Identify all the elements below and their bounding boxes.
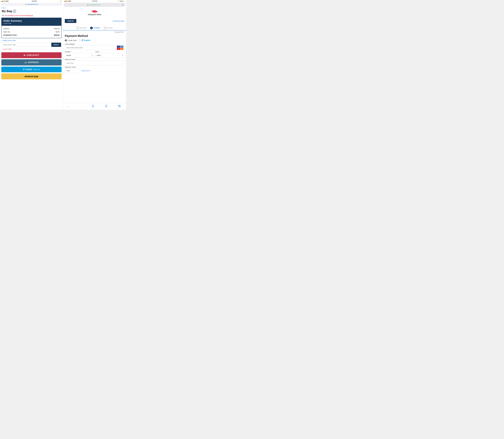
vineyard-vines-whale-logo	[91, 9, 98, 13]
tabs-button[interactable]	[116, 104, 122, 109]
security-col	[65, 68, 80, 73]
free-shipping-notice: 🐳 You Qualify for Free Ground Shipping!	[0, 14, 63, 18]
card-number-input[interactable]	[65, 45, 124, 50]
signin-row: SIGN IN 1-800-892-4982	[63, 18, 126, 24]
promo-toggle-label: Apply promo code...	[3, 39, 17, 41]
promo-section: ▾ Apply promo code... APPLY	[0, 38, 63, 47]
share-icon	[92, 105, 94, 108]
step-2-circle: 2	[90, 27, 93, 29]
order-summary-subtitle: 2 items total	[3, 23, 60, 24]
subtotal-label: Subtotal	[3, 28, 9, 30]
paypal-option[interactable]: P PayPal	[79, 39, 90, 42]
name-on-card-input[interactable]	[65, 61, 124, 65]
signal-bars	[1, 1, 3, 2]
left-url-text: vineyardvines.com	[27, 4, 38, 5]
promo-apply-button[interactable]: APPLY	[51, 43, 61, 47]
promo-toggle[interactable]: ▾ Apply promo code...	[2, 39, 61, 42]
right-lock-icon: 🔒	[87, 4, 89, 6]
month-select-wrapper: Month January February March April May J…	[65, 53, 94, 58]
tax-label: Sales Tax	[3, 31, 10, 33]
step-1-number: 1	[77, 27, 78, 29]
right-url-content: 🔒 vineyardvines.com	[65, 4, 122, 6]
checkout-button[interactable]: 🛍 CHECKOUT	[1, 52, 62, 58]
svg-point-1	[92, 11, 93, 12]
paypal-radio[interactable]	[79, 39, 81, 42]
expires-col: EXPIRES * Month January February March A…	[65, 50, 94, 58]
right-time: 6:03 PM	[92, 0, 97, 2]
left-url-bar[interactable]: 🔒 vineyardvines.com	[1, 3, 62, 6]
year-asterisk: *	[99, 51, 100, 52]
right-url-bar[interactable]: 🔒 vineyardvines.com ↻	[64, 3, 125, 7]
right-battery: 📍 57% 🔋	[118, 0, 125, 2]
step-1-label: SHIPPING	[80, 27, 87, 29]
expires-year-row: EXPIRES * Month January February March A…	[65, 50, 124, 58]
logo-area: vineyard vines	[63, 7, 126, 18]
left-status-bar: 📶 AT&T 8:56 PM 🔋	[0, 0, 63, 2]
promo-code-input[interactable]	[2, 43, 50, 47]
total-row: ESTIMATED TOTAL* $226.00	[3, 34, 60, 37]
bag-icon: 🛍	[24, 54, 25, 56]
tax-value: $0.00	[56, 31, 60, 33]
card-asterisk: *	[75, 44, 76, 45]
checkout-steps: 1 SHIPPING 2 PAYMENT 3 REVIEW	[63, 24, 126, 30]
step-shipping[interactable]: 1 SHIPPING	[75, 26, 88, 30]
credit-card-option[interactable]: Credit Card	[65, 39, 76, 42]
security-code-label: SECURITY CODE *	[65, 66, 124, 68]
card-number-label-text: CARD NUMBER	[65, 44, 75, 45]
chevron-down-icon: ▾	[2, 40, 2, 41]
payment-options: Credit Card P PayPal	[65, 39, 124, 42]
step-review[interactable]: 3 REVIEW	[102, 26, 114, 30]
refresh-icon[interactable]: ↻	[122, 4, 124, 6]
express-label: EXPRESS	[28, 61, 39, 64]
security-code-input[interactable]	[65, 68, 80, 73]
paypal-p-right: P	[82, 39, 83, 42]
whats-this-chevron-icon: ▾	[90, 70, 90, 72]
tax-row: Sales Tax $0.00	[3, 30, 60, 34]
security-row: What's this? ▾	[65, 68, 124, 73]
mastercard-icon: MC	[117, 48, 120, 50]
step-payment[interactable]: 2 PAYMENT	[88, 26, 102, 30]
expires-asterisk: *	[71, 51, 71, 52]
gift-label: Is this a gift?	[3, 48, 12, 50]
step-2-number: 2	[91, 27, 92, 29]
total-label: ESTIMATED TOTAL*	[3, 34, 17, 36]
step-3-number: 3	[105, 27, 105, 29]
amex-icon: AMEX	[120, 46, 123, 48]
forward-button[interactable]: ›	[78, 104, 83, 109]
order-summary-title: Order Summary	[3, 19, 60, 22]
right-url-text: vineyardvines.com	[89, 4, 101, 6]
step-3-label: REVIEW	[107, 27, 113, 29]
right-status-left: 📶 AT&T	[64, 0, 71, 2]
gift-section[interactable]: › Is this a gift?	[0, 47, 63, 51]
sign-in-button[interactable]: SIGN IN	[65, 19, 76, 23]
right-battery-icon: 📍	[118, 0, 120, 2]
payment-title: Payment Method	[65, 34, 124, 38]
bookmarks-icon	[105, 105, 107, 108]
amazon-pay-button[interactable]: amazon pay	[1, 73, 62, 79]
paypal-text: PayPal	[25, 68, 32, 71]
month-select[interactable]: Month January February March April May J…	[65, 53, 94, 58]
left-status-carrier: 📶 AT&T	[1, 0, 9, 2]
express-button[interactable]: 🐳 EXPRESS	[1, 59, 62, 65]
phone-number[interactable]: 1-800-892-4982	[112, 20, 124, 22]
promo-input-row: APPLY	[2, 43, 61, 47]
chevron-right-icon: ›	[2, 48, 2, 50]
year-select[interactable]: 2018 2019 2020 2021 2022 2023	[95, 53, 124, 58]
paypal-checkout-button[interactable]: P PayPal Check out	[1, 67, 62, 72]
bookmarks-button[interactable]	[103, 104, 109, 109]
payment-section: Payment Method Credit Card P PayPal CARD…	[63, 33, 126, 74]
right-status-bar: 📶 AT&T 6:03 PM 📍 57% 🔋	[63, 0, 126, 2]
expires-label-text: EXPIRES	[65, 51, 70, 52]
credit-card-radio[interactable]	[65, 39, 67, 42]
whats-this-link[interactable]: What's this? ▾	[82, 70, 90, 73]
step-3-circle: 3	[104, 27, 106, 29]
card-input-wrapper: VISA AMEX MC DISC	[65, 45, 124, 50]
breadcrumb-home[interactable]: Home	[2, 7, 6, 9]
share-button[interactable]	[90, 104, 96, 109]
back-icon: ‹	[68, 105, 69, 108]
amazon-pay-label: amazon	[25, 75, 34, 78]
back-button[interactable]: ‹	[67, 104, 71, 109]
carrier-label: AT&T	[5, 0, 9, 2]
breadcrumb: Home >	[0, 6, 63, 9]
whale-express-icon: 🐳	[24, 61, 27, 64]
